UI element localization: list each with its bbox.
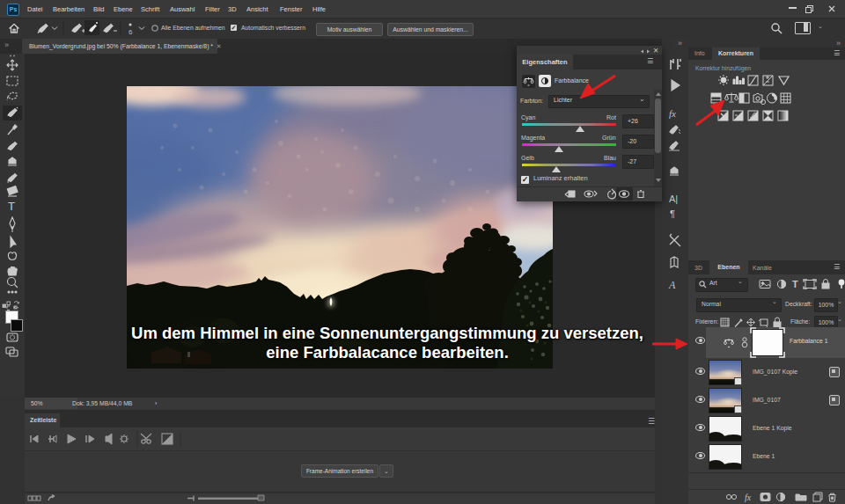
svg-text:A|: A|: [669, 194, 678, 204]
svg-text:¶: ¶: [670, 208, 675, 219]
svg-text:6: 6: [129, 28, 133, 36]
svg-text:fx: fx: [745, 493, 752, 502]
svg-text:A: A: [668, 279, 676, 291]
svg-text:T: T: [8, 200, 15, 213]
svg-text:T: T: [792, 279, 798, 289]
svg-text:fx: fx: [669, 108, 676, 119]
